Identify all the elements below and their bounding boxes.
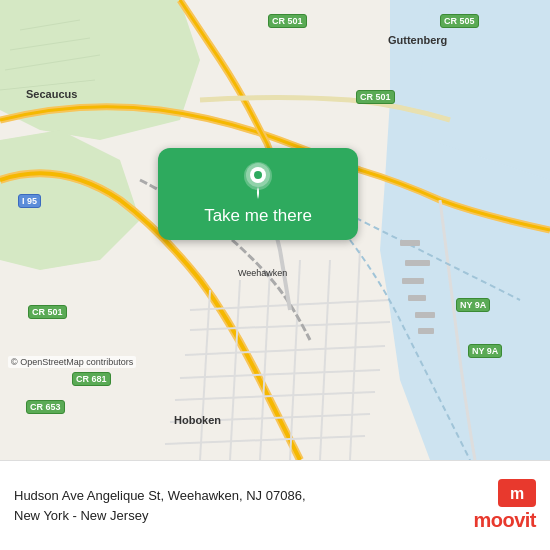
place-guttenberg: Guttenberg	[388, 34, 447, 46]
place-hoboken: Hoboken	[174, 414, 221, 426]
svg-rect-22	[400, 240, 420, 246]
road-badge-cr681: CR 681	[72, 372, 111, 386]
osm-attribution: © OpenStreetMap contributors	[8, 356, 136, 368]
svg-rect-26	[415, 312, 435, 318]
svg-text:m: m	[510, 485, 524, 502]
road-badge-cr501-mid: CR 501	[356, 90, 395, 104]
road-badge-i95: I 95	[18, 194, 41, 208]
address-block: Hudson Ave Angelique St, Weehawken, NJ 0…	[14, 486, 463, 525]
svg-rect-23	[405, 260, 430, 266]
road-badge-cr501-top: CR 501	[268, 14, 307, 28]
road-badge-ny9a-1: NY 9A	[456, 298, 490, 312]
svg-rect-24	[402, 278, 424, 284]
moovit-logo: m moovit	[473, 479, 536, 532]
take-me-there-label: Take me there	[204, 206, 312, 226]
moovit-icon: m	[498, 479, 536, 507]
moovit-text: moovit	[473, 509, 536, 532]
road-badge-cr653: CR 653	[26, 400, 65, 414]
svg-point-31	[254, 171, 262, 179]
svg-marker-3	[0, 0, 200, 140]
place-secaucus: Secaucus	[26, 88, 77, 100]
svg-rect-27	[418, 328, 434, 334]
road-badge-cr505: CR 505	[440, 14, 479, 28]
map-area: CR 501 CR 505 CR 501 I 95 CR 501 NY 9A N…	[0, 0, 550, 460]
location-pin-icon	[242, 162, 274, 200]
road-badge-cr501-left: CR 501	[28, 305, 67, 319]
place-weehawken: Weehawken	[238, 268, 287, 278]
address-line: Hudson Ave Angelique St, Weehawken, NJ 0…	[14, 486, 463, 525]
svg-rect-25	[408, 295, 426, 301]
take-me-there-button[interactable]: Take me there	[158, 148, 358, 240]
app-container: CR 501 CR 505 CR 501 I 95 CR 501 NY 9A N…	[0, 0, 550, 550]
bottom-bar: Hudson Ave Angelique St, Weehawken, NJ 0…	[0, 460, 550, 550]
road-badge-ny9a-2: NY 9A	[468, 344, 502, 358]
